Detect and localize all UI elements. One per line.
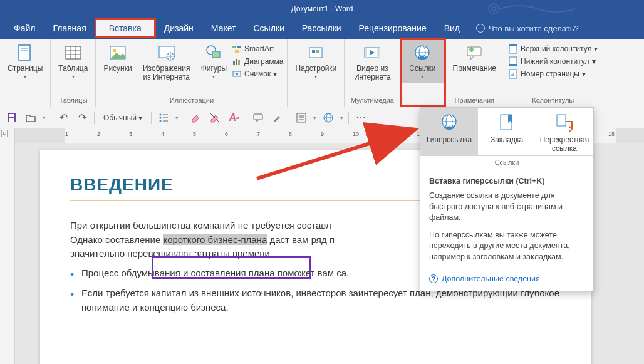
- table-button[interactable]: Таблица ▾: [55, 41, 91, 81]
- svg-point-1: [492, 7, 496, 11]
- screenshot-button[interactable]: Снимок ▾: [232, 69, 283, 79]
- eraser1-button[interactable]: [189, 111, 203, 125]
- svg-rect-20: [236, 59, 237, 65]
- group-links: Ссылки ▾: [400, 39, 445, 107]
- svg-rect-44: [9, 114, 14, 117]
- svg-rect-3: [21, 48, 28, 49]
- svg-point-46: [160, 113, 162, 115]
- tab-mailings[interactable]: Рассылки: [293, 19, 350, 38]
- tab-insert[interactable]: Вставка: [95, 19, 155, 38]
- svg-rect-16: [232, 46, 236, 48]
- tab-home[interactable]: Главная: [44, 19, 95, 38]
- window-title: Документ1 - Word: [291, 4, 353, 13]
- shapes-button[interactable]: Фигуры ▾: [197, 41, 231, 81]
- eraser2-button[interactable]: [208, 111, 222, 125]
- tab-layout[interactable]: Макет: [202, 19, 245, 38]
- svg-rect-24: [309, 48, 322, 58]
- online-video-button[interactable]: Видео из Интернета: [348, 41, 396, 83]
- font-button[interactable]: Aa: [227, 111, 241, 125]
- svg-rect-17: [237, 46, 241, 48]
- svg-text:#: #: [511, 72, 514, 78]
- comment-button[interactable]: Примечание: [449, 41, 500, 74]
- title-bar: Документ1 - Word: [0, 0, 644, 18]
- bookmark-icon: [497, 113, 517, 133]
- links-dropdown: Гиперссылка Закладка Перекрестная ссылка…: [420, 107, 594, 291]
- addins-icon: [306, 43, 326, 63]
- more-info-link[interactable]: ? Дополнительные сведения: [429, 269, 584, 283]
- svg-rect-29: [377, 48, 380, 58]
- hyperlink-icon: [439, 113, 459, 133]
- online-picture-icon: [157, 43, 177, 63]
- footer-icon: [508, 56, 518, 66]
- online-pictures-button[interactable]: Изображения из Интернета: [137, 41, 196, 83]
- group-addins: Надстройки ▾: [288, 39, 345, 107]
- header-icon: [508, 44, 518, 54]
- help-icon: ?: [429, 274, 438, 283]
- svg-rect-38: [509, 44, 517, 46]
- bulb-icon: [476, 24, 485, 33]
- svg-rect-4: [21, 50, 28, 51]
- save-button[interactable]: [5, 111, 19, 125]
- svg-point-0: [489, 4, 499, 14]
- svg-rect-15: [212, 51, 220, 58]
- globe-button[interactable]: [321, 111, 335, 125]
- svg-rect-34: [467, 47, 481, 56]
- pages-button[interactable]: Страницы ▾: [4, 41, 46, 81]
- header-button[interactable]: Верхний колонтитул ▾: [508, 44, 598, 54]
- page-icon: [15, 43, 35, 63]
- redo-button[interactable]: ↷: [75, 111, 89, 125]
- pictures-button[interactable]: Рисунки: [100, 41, 135, 74]
- open-button[interactable]: [24, 111, 38, 125]
- group-comments: Примечание Примечания: [445, 39, 504, 107]
- ribbon-tabs: Файл Главная Вставка Дизайн Макет Ссылки…: [0, 18, 644, 39]
- links-button[interactable]: Ссылки ▾: [400, 39, 444, 83]
- svg-rect-66: [557, 115, 566, 126]
- style-select[interactable]: Обычный ▾: [100, 113, 146, 122]
- footer-button[interactable]: Нижний колонтитул ▾: [508, 56, 598, 66]
- svg-point-11: [113, 49, 117, 53]
- svg-rect-21: [238, 60, 240, 65]
- crossref-icon: [554, 113, 574, 133]
- bookmark-button[interactable]: Закладка: [478, 108, 536, 155]
- toc-button[interactable]: [294, 111, 308, 125]
- svg-rect-18: [235, 50, 239, 53]
- shapes-icon: [204, 43, 224, 63]
- group-media: Видео из Интернета Мультимедиа: [345, 39, 400, 107]
- svg-rect-40: [509, 64, 517, 66]
- tooltip: Вставка гиперссылки (Ctrl+K) Создание сс…: [420, 169, 593, 291]
- hyperlink-button[interactable]: Гиперссылка: [420, 108, 478, 155]
- svg-rect-5: [66, 46, 81, 59]
- svg-point-23: [236, 73, 238, 75]
- svg-rect-19: [233, 61, 235, 65]
- comment-icon: [464, 43, 484, 63]
- svg-rect-53: [254, 114, 262, 120]
- addins-button[interactable]: Надстройки ▾: [291, 41, 340, 81]
- svg-rect-2: [19, 45, 30, 60]
- comment-qat-button[interactable]: [251, 111, 265, 125]
- smartart-button[interactable]: SmartArt: [232, 44, 283, 54]
- group-tables: Таблица ▾ Таблицы: [51, 39, 96, 107]
- crossref-button[interactable]: Перекрестная ссылка: [536, 108, 593, 155]
- tell-me-search[interactable]: Что вы хотите сделать?: [476, 24, 579, 33]
- group-illustrations: Рисунки Изображения из Интернета Фигуры …: [96, 39, 288, 107]
- tab-file[interactable]: Файл: [5, 19, 44, 38]
- page-number-button[interactable]: #Номер страницы ▾: [508, 69, 598, 79]
- pagenum-icon: #: [508, 69, 518, 79]
- group-headerfooter: Верхний колонтитул ▾ Нижний колонтитул ▾…: [504, 39, 601, 107]
- svg-rect-26: [316, 50, 319, 53]
- group-pages: Страницы ▾: [0, 39, 51, 107]
- undo-button[interactable]: ↶: [56, 111, 70, 125]
- tooltip-body: Создание ссылки в документе для быстрого…: [429, 190, 584, 224]
- more-button[interactable]: ⋯: [354, 111, 368, 125]
- chart-button[interactable]: Диаграмма: [232, 56, 283, 66]
- svg-rect-28: [365, 48, 367, 58]
- table-icon: [63, 43, 83, 63]
- ink-button[interactable]: [270, 111, 284, 125]
- svg-rect-25: [312, 50, 315, 53]
- tab-design[interactable]: Дизайн: [155, 19, 202, 38]
- tab-references[interactable]: Ссылки: [244, 19, 293, 38]
- picture-icon: [108, 43, 128, 63]
- bullets-button[interactable]: [157, 111, 170, 125]
- tab-review[interactable]: Рецензирование: [350, 19, 435, 38]
- tab-view[interactable]: Вид: [435, 19, 469, 38]
